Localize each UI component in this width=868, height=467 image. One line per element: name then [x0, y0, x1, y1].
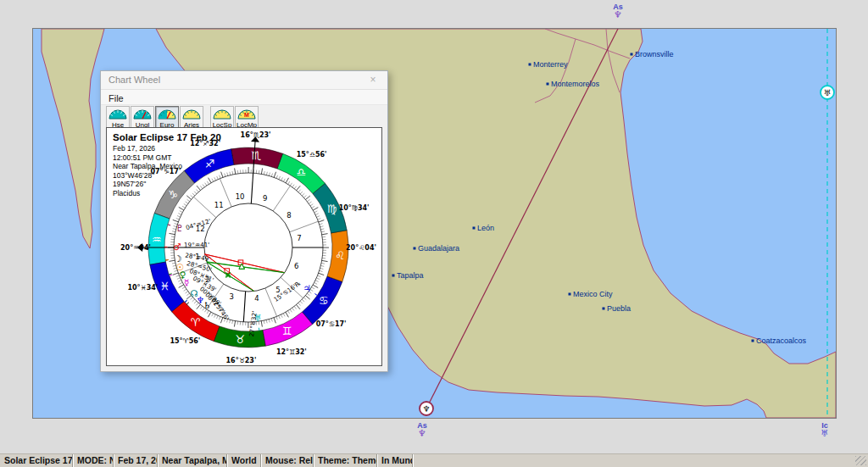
city-marker — [631, 53, 633, 56]
city-label: Tapalpa — [397, 271, 424, 280]
city-marker — [392, 275, 395, 277]
chart-info-block: Solar Eclipse 17 Feb 20 Feb 17, 202612:0… — [113, 132, 213, 197]
cusp-label-2: 10°♓34' — [127, 284, 158, 292]
gauge-yellow-icon — [213, 108, 231, 120]
svg-text:M: M — [244, 112, 249, 118]
status-segment-3: Near Tapalpa, Mexico — [158, 454, 227, 467]
cusp-label-10: 16°♏23' — [241, 131, 271, 139]
sign-glyph-aries: ♈ — [191, 316, 201, 329]
gauge-yellow-m-icon: M — [237, 108, 256, 120]
chart-info-line-0: Feb 17, 2026 — [113, 144, 213, 153]
sign-glyph-taurus: ♉ — [236, 333, 246, 346]
house-number-11: 11 — [214, 201, 224, 209]
house-number-4: 4 — [254, 294, 259, 303]
status-segment-4: World — [227, 454, 261, 467]
ascendant-line-bottom-label: As ♆ — [412, 421, 432, 438]
house-number-3: 3 — [230, 292, 234, 301]
house-number-7: 7 — [297, 234, 301, 242]
city-marker — [414, 247, 416, 250]
cusp-label-6: 07°♋17' — [316, 320, 347, 328]
uranus-icon: ♅ — [815, 430, 835, 438]
ascendant-line-top-label: As ♆ — [608, 3, 628, 19]
city-label: Brownsville — [635, 50, 674, 58]
uranus-ic-glyph-icon: ♅ — [824, 88, 832, 97]
house-number-8: 8 — [287, 211, 291, 220]
resize-grip-icon[interactable] — [855, 456, 866, 465]
sign-glyph-gemini: ♊ — [282, 325, 292, 337]
gauge-teal-needle-icon — [133, 108, 152, 120]
status-segment-0: Solar Eclipse 17 Feb 20 — [0, 454, 73, 467]
planet-glyph-jupiter: ♃ — [303, 283, 310, 293]
city-marker — [603, 308, 605, 310]
city-label: Guadalajara — [418, 244, 459, 253]
neptune-ascendant-glyph-icon: ♆ — [423, 404, 431, 414]
chart-info-line-5: Placidus — [113, 189, 213, 198]
planet-glyph-mars: ♂ — [173, 242, 181, 252]
status-segment-1: MODE: Natal — [73, 454, 114, 467]
city-label: León — [477, 224, 494, 232]
menu-file[interactable]: File — [101, 92, 131, 103]
ascendant-label: As — [412, 421, 432, 430]
aspect-circle — [204, 203, 292, 292]
chart-wheel-window: Chart Wheel × File HseUnqlEuroAriesLocSp… — [100, 70, 388, 372]
sign-glyph-cancer: ♋ — [319, 294, 329, 307]
status-segment-6: Theme: Themes Off — [314, 454, 377, 467]
status-segment-2: Feb 17, 2026 — [114, 454, 158, 467]
city-marker — [529, 64, 531, 66]
sign-glyph-aquarius: ♒ — [152, 233, 162, 246]
city-marker — [752, 340, 754, 342]
status-bar: Solar Eclipse 17 Feb 20MODE: NatalFeb 17… — [0, 453, 868, 467]
chart-title: Solar Eclipse 17 Feb 20 — [113, 132, 213, 142]
cusp-label-1: 20°♒04' — [120, 244, 151, 252]
cusp-label-4: 16°♉23' — [226, 357, 257, 364]
city-marker — [473, 227, 476, 230]
chart-info-line-2: Near Tapalpa, Mexico — [113, 162, 213, 171]
sign-glyph-virgo: ♍ — [327, 203, 337, 215]
city-label: Mexico City — [573, 290, 613, 298]
chart-info-line-1: 12:00:51 PM GMT — [113, 153, 213, 163]
cusp-label-7: 20°♌04' — [346, 244, 376, 252]
gauge-mixed-icon — [158, 108, 176, 120]
city-label: Monterrey — [533, 60, 568, 69]
planet-glyph-pluto: ♇ — [175, 223, 183, 233]
chart-info-line-4: 19N57'26" — [113, 180, 213, 189]
ascendant-label: As — [608, 3, 628, 11]
window-titlebar[interactable]: Chart Wheel × — [101, 71, 387, 90]
ic-label: Ic — [815, 421, 835, 430]
house-number-9: 9 — [263, 194, 267, 203]
cusp-label-5: 12°♊32' — [276, 348, 307, 356]
chart-panel: Solar Eclipse 17 Feb 20 Feb 17, 202612:0… — [106, 127, 382, 366]
planet-glyph-mercury: ☿ — [184, 277, 189, 287]
planet-glyph-saturn: ♄ — [203, 300, 211, 310]
cusp-label-3: 15°♈56' — [170, 337, 200, 345]
close-button[interactable]: × — [360, 72, 386, 87]
status-segment-5: Mouse: Relocate — [261, 454, 314, 467]
chart-info-line-3: 103°W46'28" — [113, 171, 213, 181]
sign-glyph-libra: ♎ — [297, 166, 307, 179]
planet-label-mars: 19°♒41' — [184, 241, 209, 248]
status-segment-7: In Mundo — [377, 454, 413, 467]
cusp-label-8: 10°♍34' — [339, 204, 370, 212]
cusp-label-9: 15°♎56' — [297, 151, 327, 158]
sign-glyph-pisces: ♓ — [160, 280, 170, 292]
house-number-10: 10 — [236, 192, 245, 201]
sign-glyph-leo: ♌ — [335, 249, 345, 262]
sign-glyph-scorpio: ♏ — [252, 149, 262, 162]
city-marker — [547, 83, 549, 86]
city-marker — [569, 293, 571, 296]
city-label: Puebla — [607, 304, 631, 313]
gauge-yellow-icon — [182, 108, 201, 120]
ic-line-bottom-label: Ic ♅ — [815, 421, 835, 438]
neptune-icon: ♆ — [608, 11, 628, 19]
menu-bar: File — [101, 90, 387, 105]
window-title: Chart Wheel — [108, 75, 160, 85]
city-label: Coatzacoalcos — [756, 336, 807, 345]
gauge-teal-icon — [108, 108, 127, 120]
house-number-6: 6 — [294, 262, 298, 270]
neptune-icon: ♆ — [412, 430, 432, 438]
city-label: Montemorelos — [551, 80, 600, 88]
desktop: ♆♅MonterreyMontemorelosBrownsvilleLeónGu… — [0, 0, 868, 467]
